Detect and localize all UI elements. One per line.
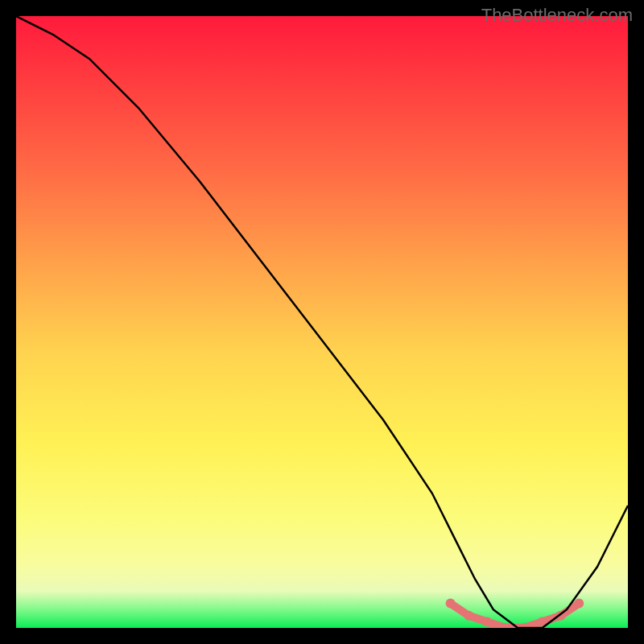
highlight-dot <box>574 599 584 609</box>
chart-plot-area <box>16 16 628 628</box>
highlight-dot <box>446 599 456 609</box>
watermark-text: TheBottleneck.com <box>481 5 633 26</box>
bottleneck-curve <box>16 16 628 628</box>
highlight-dot <box>464 611 473 621</box>
highlight-dot <box>482 617 492 626</box>
chart-svg <box>16 16 628 628</box>
